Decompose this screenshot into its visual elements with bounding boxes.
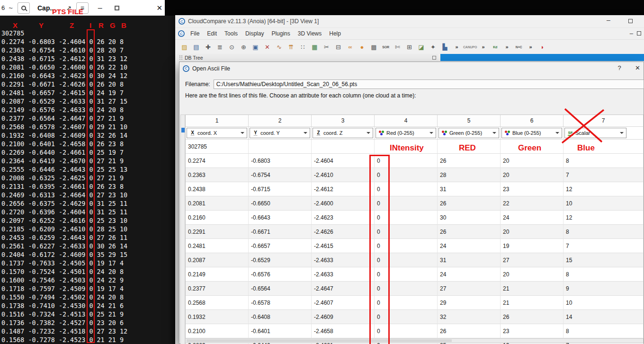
table-cell: 23 [501,324,564,338]
column-attribute-dropdown[interactable]: Red (0-255) [376,128,436,138]
crop-icon[interactable]: ⊟ [333,42,344,53]
table-cell: 12 [564,182,644,196]
table-cell: -0.6564 [249,282,312,296]
table-cell: -2.4626 [312,225,375,239]
open-icon[interactable]: ▨ [179,42,190,53]
column-attribute-dropdown[interactable]: Green (0-255) [438,128,499,138]
sor-filter-icon[interactable]: SOR [380,42,391,53]
histogram-icon[interactable]: ▙ [439,42,450,53]
table-cell: 27 [501,253,564,267]
column-attribute-dropdown[interactable]: Z coord. Z [313,128,373,138]
table-cell: -2.4607 [312,296,375,310]
popout-icon[interactable]: ↗ [66,4,72,12]
translate-rotate-icon[interactable]: ✚ [203,42,214,53]
table-cell: 0.2438 [186,182,249,196]
table-row: 0.2100 -0.6401 -2.4658 0 26 23 8 [186,324,644,338]
overflow-chevron[interactable]: » [451,42,462,53]
zoom-tool-button[interactable] [18,2,30,14]
polyline-icon[interactable]: ∿ [274,42,285,53]
dropdown-selected-label: coord. Z [323,130,365,136]
pts-line: 0.2363 -0.6754 -2.4610 0 28 20 7 [1,46,127,55]
menu-item[interactable]: 3D Views [294,29,325,38]
table-cell: 20 [501,154,564,168]
table-cell: 15 [564,253,644,267]
overflow-chevron[interactable]: » [501,42,512,53]
overflow-chevron[interactable]: » [478,42,489,53]
menu-item[interactable]: Tools [221,29,242,38]
mdi-restore-icon[interactable] [637,31,641,35]
menu-item[interactable]: Help [325,29,345,38]
table-cell: -2.4610 [312,168,375,182]
mdi-minimize-button[interactable]: – [630,30,633,37]
close-button[interactable]: ✕ [156,4,162,12]
subsample-icon[interactable]: ∷ [297,42,308,53]
table-cell: 0.2481 [186,239,249,253]
table-row: 0.2160 -0.6643 -2.4623 0 30 24 12 [186,211,644,225]
plane-icon[interactable]: ◪ [416,42,427,53]
segment-icon[interactable]: ✂ [321,42,332,53]
octree-icon[interactable]: ▦ [309,42,320,53]
maximize-button[interactable] [115,6,119,10]
clone-icon[interactable]: ▣ [250,42,261,53]
menu-button[interactable]: ≡ [76,2,89,14]
menu-item[interactable]: File [187,29,203,38]
apply-transform-icon[interactable]: ⇈ [286,42,296,53]
delete-icon[interactable]: ✕ [262,42,273,53]
filename-row: Filename: C:/Users/Mathieu/Desktop/Untit… [185,79,644,89]
table-cell: 26 [501,310,564,324]
column-attribute-dropdown[interactable]: Y coord. Y [250,128,310,138]
window-minimize-button[interactable]: – [601,16,616,26]
column-attribute-dropdown[interactable]: X coord. X [187,128,247,138]
column-number-header: 6 [501,115,564,127]
dialog-titlebar: C Open Ascii File ? ✕ [179,62,644,75]
pts-line: 0.1550 -0.7494 -2.4502 0 24 20 8 [1,293,127,302]
canupo-plugin-icon[interactable]: CANUPO [463,42,477,53]
scrollbar-thumb[interactable] [187,339,452,342]
sphere-icon[interactable]: ● [357,42,367,53]
table-cell: 23 [501,182,564,196]
dialog-close-button[interactable]: ✕ [635,64,644,71]
pts-line: 0.1487 -0.7232 -2.4518 0 27 23 12 [1,327,127,336]
nc-plugin-icon[interactable]: N+C [513,42,524,53]
point-picking-icon[interactable]: ⊙ [226,42,237,53]
pts-line: 0.2008 -0.6325 -2.4625 0 27 21 9 [1,174,127,183]
column-attribute-dropdown[interactable]: Blue (0-255) [501,128,562,138]
magnifier-icon [21,6,26,10]
kd-tree-plugin-icon[interactable]: Kd [490,42,501,53]
horizontal-scrollbar[interactable] [185,338,644,343]
cross-section-icon[interactable]: ⊞ [404,42,415,53]
pen-tool-icon[interactable]: ~ [9,4,13,12]
save-icon[interactable]: ▤ [191,42,202,53]
column-number-header: 3 [312,115,375,127]
properties-icon[interactable]: ≣ [215,42,225,53]
raster-icon[interactable]: ▩ [368,42,379,53]
plugin-icon[interactable]: ◗ [537,42,548,53]
menu-item[interactable]: Edit [203,29,221,38]
maximize-icon [628,19,633,23]
chevron-down-icon [239,130,246,136]
scalpel-icon[interactable]: ✄ [392,42,403,53]
help-button[interactable]: ? [615,64,624,71]
cc-console-icon[interactable]: cc [345,42,356,53]
menu-item[interactable]: Plugins [268,29,294,38]
table-cell: 20 [501,225,564,239]
db-tree-panel-header[interactable]: DB Tree [177,54,438,61]
overflow-chevron[interactable]: » [525,42,536,53]
table-cell: 0.2568 [186,296,249,310]
toolbar: ▨ ▤ ✚ ≣ ⊙ ⊕ ▣ ✕ ∿ ⇈ ∷ ▦ [175,40,644,54]
minimize-button[interactable]: – [98,4,102,12]
dialog-instruction: Here are the first lines of this file. C… [185,92,644,99]
filename-field[interactable]: C:/Users/Mathieu/Desktop/Untitled_Scan_2… [214,79,644,89]
column-attribute-dropdown[interactable]: SF Scalar [564,128,626,138]
pts-line: 0.2131 -0.6395 -2.4661 0 26 23 8 [1,183,127,191]
table-cell [375,140,438,154]
menu-item[interactable]: Display [242,29,268,38]
window-maximize-button[interactable] [623,16,637,26]
point-list-picking-icon[interactable]: ⊕ [238,42,249,53]
tools-icon[interactable]: ✦ [428,42,438,53]
undock-icon[interactable] [432,56,436,60]
dropdown-selected-label: coord. Y [260,130,302,136]
table-cell: 0 [375,239,438,253]
view-highlight-bar [440,54,644,61]
table-cell: -0.6529 [249,253,312,267]
